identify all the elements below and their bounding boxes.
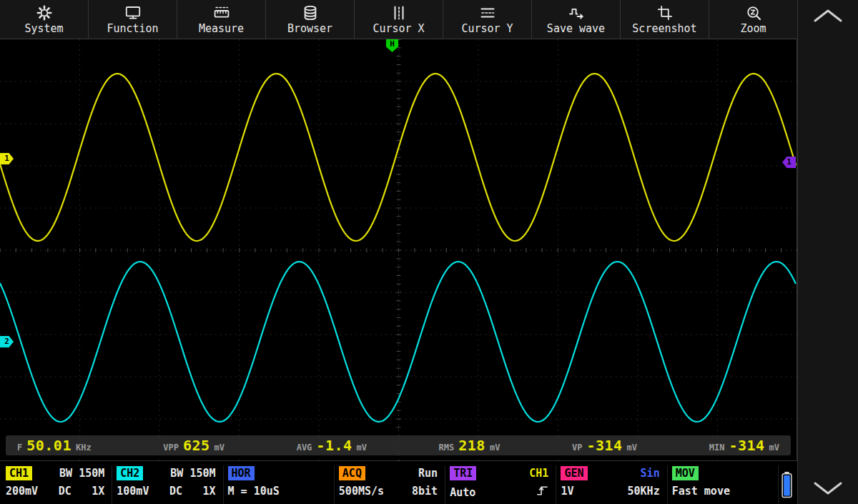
scope-display: H 1 2 1 F50.01KHzVPP625mVAVG-1.4mVRMS218… (0, 39, 797, 461)
toolbar-function-label: Function (107, 23, 158, 35)
zoom-icon (745, 4, 762, 22)
toolbar-browser-label: Browser (287, 23, 332, 35)
status-ch2-badge: CH2 (117, 466, 143, 480)
scope-canvas (0, 39, 797, 461)
waveform-ch2 (0, 262, 796, 422)
scroll-up-button[interactable] (809, 4, 847, 27)
status-ch1[interactable]: CH1BW 150M200mVDC1X (6, 465, 112, 504)
oscilloscope-screen: SystemFunctionMeasureBrowserCursor XCurs… (0, 0, 858, 504)
status-generator-badge: GEN (561, 466, 587, 480)
scroll-down-button[interactable] (809, 477, 847, 500)
side-panel (797, 0, 858, 504)
status-acquire-info: Run (418, 467, 438, 480)
monitor-icon (124, 4, 142, 22)
status-acquire-badge: ACQ (339, 466, 365, 480)
trigger-edge-icon (536, 485, 548, 500)
status-generator-info: Sin (641, 467, 660, 480)
toolbar-system-button[interactable]: System (0, 0, 89, 39)
status-move-badge: MOV (672, 466, 699, 480)
toolbar-screenshot-label: Screenshot (632, 23, 696, 35)
measurement-vpp: VPP625mV (163, 437, 225, 454)
toolbar-cursor-x-button[interactable]: Cursor X (355, 0, 443, 39)
measurement-bar: F50.01KHzVPP625mVAVG-1.4mVRMS218mVVP-314… (6, 435, 791, 455)
save-wave-icon (568, 4, 585, 22)
gear-icon (36, 4, 53, 22)
measurement-avg: AVG-1.4mV (297, 437, 367, 454)
measurement-f: F50.01KHz (17, 437, 92, 454)
toolbar-function-button[interactable]: Function (89, 0, 177, 39)
status-ch1-badge: CH1 (6, 466, 32, 480)
ruler-icon (213, 4, 230, 22)
toolbar-system-label: System (24, 23, 63, 35)
cursor-y-icon (479, 4, 496, 22)
toolbar-measure-button[interactable]: Measure (177, 0, 266, 39)
toolbar-zoom-button[interactable]: Zoom (709, 0, 797, 39)
status-ch1-info: BW 150M (59, 467, 104, 480)
toolbar-zoom-label: Zoom (740, 23, 766, 35)
toolbar-save-wave-button[interactable]: Save wave (532, 0, 621, 39)
cursor-x-icon (390, 4, 408, 22)
status-trigger[interactable]: TRICH1Auto (445, 465, 556, 504)
status-horizontal-badge: HOR (228, 466, 255, 480)
toolbar-cursor-x-label: Cursor X (373, 23, 424, 35)
top-toolbar: SystemFunctionMeasureBrowserCursor XCurs… (0, 0, 797, 39)
status-ch2-info: BW 150M (170, 467, 215, 480)
status-ch2[interactable]: CH2BW 150M100mVDC1X (112, 465, 223, 504)
status-acquire[interactable]: ACQRun500MS/s8bit (335, 465, 445, 504)
toolbar-browser-button[interactable]: Browser (266, 0, 355, 39)
database-icon (302, 4, 319, 22)
measurement-rms: RMS218mV (439, 437, 500, 454)
toolbar-cursor-y-button[interactable]: Cursor Y (443, 0, 532, 39)
status-generator[interactable]: GENSin1V50KHz (556, 465, 667, 504)
status-horizontal[interactable]: HORM = 10uS (224, 465, 335, 504)
status-trigger-badge: TRI (450, 466, 476, 480)
crop-icon (656, 4, 674, 22)
toolbar-save-wave-label: Save wave (547, 23, 605, 35)
status-bar: CH1BW 150M200mVDC1XCH2BW 150M100mVDC1XHO… (0, 462, 797, 504)
measurement-min: MIN-314mV (709, 437, 779, 454)
toolbar-cursor-y-label: Cursor Y (461, 23, 513, 35)
status-move[interactable]: MOVFast move (668, 465, 779, 504)
toolbar-screenshot-button[interactable]: Screenshot (621, 0, 709, 39)
battery-icon (779, 465, 796, 504)
toolbar-measure-label: Measure (199, 23, 244, 35)
measurement-vp: VP-314mV (572, 437, 637, 454)
status-trigger-info: CH1 (529, 467, 548, 480)
